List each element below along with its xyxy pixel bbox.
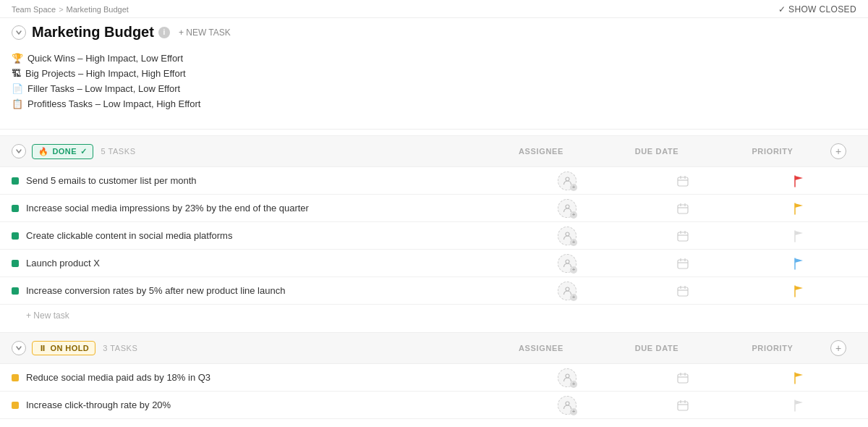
- info-icon[interactable]: i: [158, 27, 170, 38]
- due-date-cell[interactable]: [625, 203, 741, 214]
- calendar-icon: [677, 285, 689, 297]
- category-label: Big Projects – High Impact, High Effort: [25, 68, 186, 79]
- task-count-done: 5 TASKS: [101, 147, 135, 156]
- due-date-cell[interactable]: [625, 175, 741, 187]
- add-column-cell: +: [830, 340, 856, 356]
- add-column-button[interactable]: +: [830, 143, 846, 159]
- task-status-dot: [12, 232, 19, 240]
- task-row[interactable]: Reduce social media paid ads by 18% in Q…: [0, 364, 868, 392]
- task-row[interactable]: Create clickable content in social media…: [0, 222, 868, 250]
- section-col-headers: ASSIGNEE DUE DATE PRIORITY +: [483, 143, 856, 159]
- task-label: Send 5 emails to customer list per month: [26, 175, 509, 186]
- person-icon: [563, 231, 572, 240]
- task-label: Increase click-through rate by 20%: [26, 399, 509, 410]
- breadcrumb-current: Marketing Budget: [67, 5, 129, 14]
- svg-rect-37: [678, 402, 688, 410]
- avatar-placeholder[interactable]: +: [558, 282, 576, 300]
- category-label: Profitless Tasks – Low Impact, High Effo…: [27, 98, 200, 109]
- task-status-dot: [12, 177, 19, 185]
- task-label: Increase conversion rates by 5% after ne…: [26, 285, 509, 296]
- svg-point-0: [566, 177, 569, 181]
- svg-point-24: [566, 287, 569, 291]
- calendar-icon: [677, 230, 689, 242]
- categories-list: 🏆Quick Wins – High Impact, Low Effort🏗Bi…: [0, 45, 868, 123]
- priority-cell[interactable]: [741, 174, 856, 187]
- status-label: DONE: [52, 147, 77, 156]
- status-check-icon: ✓: [80, 147, 87, 156]
- person-icon: [563, 176, 572, 185]
- assignee-cell: +: [509, 368, 625, 387]
- assignee-cell: +: [509, 254, 625, 273]
- new-task-button[interactable]: + NEW TASK: [174, 26, 235, 39]
- breadcrumb-parent[interactable]: Team Space: [12, 5, 56, 14]
- task-row[interactable]: Send 5 emails to customer list per month…: [0, 167, 868, 195]
- due-date-cell[interactable]: [625, 399, 741, 411]
- divider: [0, 129, 868, 130]
- person-icon: [563, 258, 572, 268]
- priority-cell[interactable]: [741, 257, 856, 270]
- task-label: Reduce social media paid ads by 18% in Q…: [26, 372, 509, 383]
- priority-cell[interactable]: [741, 229, 856, 242]
- collapse-button[interactable]: [12, 25, 26, 40]
- priority-cell[interactable]: [741, 202, 856, 215]
- avatar-placeholder[interactable]: +: [558, 254, 576, 273]
- task-row[interactable]: Increase conversion rates by 5% after ne…: [0, 277, 868, 305]
- status-badge-onhold[interactable]: ⏸ ON HOLD: [32, 341, 95, 355]
- breadcrumb: Team Space > Marketing Budget: [12, 5, 129, 14]
- new-task-row[interactable]: + New task: [0, 305, 868, 332]
- status-label: ON HOLD: [50, 344, 89, 352]
- svg-point-6: [566, 205, 569, 208]
- avatar-placeholder[interactable]: +: [558, 227, 576, 245]
- flag-icon: [792, 257, 805, 270]
- priority-cell[interactable]: [741, 371, 856, 384]
- task-label: Increase social media impressions by 23%…: [26, 203, 509, 214]
- avatar-placeholder[interactable]: +: [558, 199, 576, 218]
- col-header-assignee: ASSIGNEE: [483, 344, 599, 352]
- due-date-cell[interactable]: [625, 230, 741, 242]
- add-column-button[interactable]: +: [830, 340, 846, 356]
- task-row[interactable]: Increase click-through rate by 20% +: [0, 392, 868, 419]
- task-status-dot: [12, 402, 19, 409]
- assignee-cell: +: [509, 172, 625, 190]
- svg-rect-19: [678, 260, 688, 269]
- calendar-icon: [677, 399, 689, 411]
- due-date-cell[interactable]: [625, 258, 741, 269]
- avatar-placeholder[interactable]: +: [558, 368, 576, 387]
- chevron-down-icon: [15, 29, 22, 36]
- col-header-duedate: DUE DATE: [599, 344, 715, 352]
- task-count-onhold: 3 TASKS: [103, 344, 137, 352]
- check-icon: ✓: [778, 4, 786, 14]
- assignee-cell: +: [509, 396, 625, 415]
- calendar-icon: [677, 372, 689, 384]
- task-label: Create clickable content in social media…: [26, 230, 509, 241]
- section-done: 🔥 DONE ✓5 TASKS ASSIGNEE DUE DATE PRIORI…: [0, 135, 868, 332]
- category-emoji: 📋: [12, 98, 23, 109]
- flag-icon: [792, 229, 805, 242]
- priority-cell[interactable]: [741, 284, 856, 297]
- due-date-cell[interactable]: [625, 285, 741, 297]
- section-collapse-done[interactable]: [12, 144, 26, 158]
- category-item: 📋Profitless Tasks – Low Impact, High Eff…: [12, 96, 856, 111]
- avatar-add-icon: +: [570, 211, 577, 219]
- avatar-add-icon: +: [570, 294, 577, 301]
- due-date-cell[interactable]: [625, 372, 741, 384]
- person-icon: [563, 400, 572, 410]
- flag-icon: [792, 284, 805, 297]
- sections-container: 🔥 DONE ✓5 TASKS ASSIGNEE DUE DATE PRIORI…: [0, 135, 868, 419]
- avatar-placeholder[interactable]: +: [558, 396, 576, 415]
- priority-cell[interactable]: [741, 399, 856, 412]
- section-collapse-onhold[interactable]: [12, 341, 26, 355]
- task-row[interactable]: Increase social media impressions by 23%…: [0, 195, 868, 222]
- svg-point-30: [566, 374, 569, 378]
- status-badge-done[interactable]: 🔥 DONE ✓: [32, 144, 93, 159]
- avatar-add-icon: +: [570, 239, 577, 246]
- category-emoji: 🏆: [12, 53, 23, 64]
- avatar-placeholder[interactable]: +: [558, 172, 576, 190]
- show-closed-button[interactable]: ✓ SHOW CLOSED: [778, 4, 856, 14]
- breadcrumb-separator: >: [59, 5, 63, 14]
- svg-point-12: [566, 232, 569, 236]
- person-icon: [563, 286, 572, 295]
- task-row[interactable]: Launch product X +: [0, 250, 868, 277]
- category-emoji: 🏗: [12, 68, 21, 79]
- svg-rect-1: [678, 177, 688, 186]
